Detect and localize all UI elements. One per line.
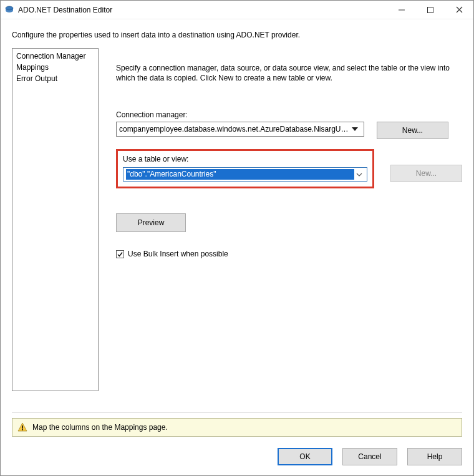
maximize-button[interactable] <box>416 1 445 19</box>
dialog-buttons: OK Cancel Help <box>278 448 462 465</box>
bulk-insert-label: Use Bulk Insert when possible <box>128 250 228 258</box>
connection-manager-dropdown[interactable]: companyemployee.database.windows.net.Azu… <box>116 122 364 137</box>
help-button[interactable]: Help <box>407 448 462 465</box>
title-bar: ADO.NET Destination Editor <box>1 1 473 19</box>
warning-strip: Map the columns on the Mappings page. <box>12 418 462 437</box>
minimize-button[interactable] <box>387 1 416 19</box>
nav-item-connection-manager[interactable]: Connection Manager <box>12 51 98 62</box>
connection-manager-label: Connection manager: <box>116 110 462 119</box>
svg-rect-8 <box>22 425 23 429</box>
warning-text: Map the columns on the Mappings page. <box>32 423 168 432</box>
preview-button[interactable]: Preview <box>116 213 186 232</box>
window-controls <box>387 1 473 19</box>
new-connection-button[interactable]: New... <box>377 122 448 139</box>
close-button[interactable] <box>445 1 473 19</box>
divider <box>12 412 462 413</box>
ok-button[interactable]: OK <box>278 448 332 465</box>
svg-marker-6 <box>352 127 358 131</box>
nav-item-mappings[interactable]: Mappings <box>12 62 98 73</box>
bulk-insert-checkbox-row[interactable]: Use Bulk Insert when possible <box>116 250 462 258</box>
page-description: Configure the properties used to insert … <box>12 31 462 39</box>
svg-rect-9 <box>22 429 23 430</box>
bulk-insert-checkbox[interactable] <box>116 250 124 258</box>
table-view-dropdown[interactable]: "dbo"."AmericanCountries" <box>123 167 367 182</box>
table-view-value: "dbo"."AmericanCountries" <box>126 169 354 180</box>
window-title: ADO.NET Destination Editor <box>18 6 112 14</box>
cancel-button[interactable]: Cancel <box>342 448 397 465</box>
table-highlight-box: Use a table or view: "dbo"."AmericanCoun… <box>116 149 374 188</box>
chevron-down-icon <box>349 125 361 134</box>
nav-list[interactable]: Connection Manager Mappings Error Output <box>12 48 99 391</box>
connection-manager-value: companyemployee.database.windows.net.Azu… <box>119 125 349 134</box>
app-icon <box>4 5 14 15</box>
new-table-button: New... <box>390 165 462 182</box>
warning-icon <box>17 422 27 432</box>
table-view-label: Use a table or view: <box>123 155 367 163</box>
panel-instructions: Specify a connection manager, data sourc… <box>116 63 462 83</box>
nav-item-error-output[interactable]: Error Output <box>12 73 98 84</box>
chevron-down-icon <box>354 170 364 179</box>
svg-rect-3 <box>428 7 433 12</box>
